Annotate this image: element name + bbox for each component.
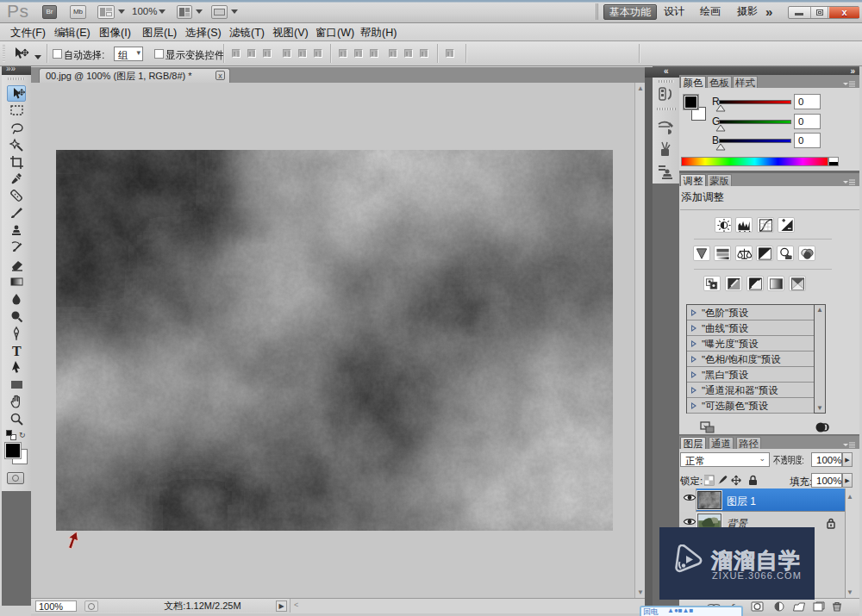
svg-text:T: T [12, 344, 22, 358]
